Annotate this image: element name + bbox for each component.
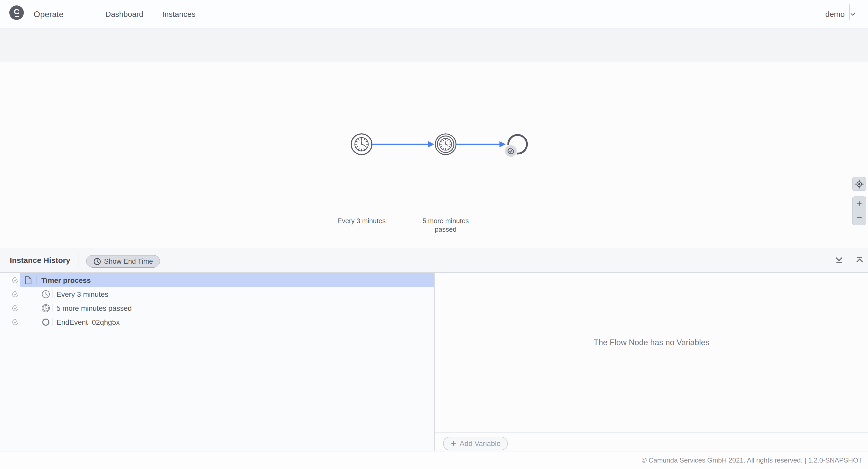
expand-panel-button[interactable] [854,255,865,265]
nav-divider [83,8,83,21]
completed-state-icon [12,277,19,283]
sequence-flow-2 [456,141,506,147]
instance-history-tree: Timer process Every 3 minutes [0,273,434,451]
top-navigation: C Operate Dashboard Instances demo [0,0,868,28]
end-event-icon [41,318,50,327]
sequence-flow-1 [372,141,434,147]
crosshair-icon [855,179,864,189]
completed-state-icon [12,305,19,311]
collapse-panel-button[interactable] [834,255,844,265]
history-row-every-3-minutes[interactable]: Every 3 minutes [0,287,434,301]
row-divider [53,318,53,326]
user-menu[interactable]: demo [825,0,856,28]
camunda-logo-icon[interactable]: C [9,5,24,20]
user-name: demo [825,10,845,19]
diagram-zoom-controls: + − [852,197,866,225]
timer-intermediate-catch-event[interactable] [435,134,456,155]
row-divider [36,276,37,284]
bpmn-diagram-canvas[interactable]: Every 3 minutes 5 more minutes passed [0,62,868,248]
header-divider [829,4,829,21]
history-row-endevent[interactable]: EndEvent_02qhg5x [0,315,434,329]
history-row-label: EndEvent_02qhg5x [56,315,120,329]
chevron-down-bar-icon [834,255,844,265]
history-row-label: 5 more minutes passed [56,301,132,315]
history-row-5-more-minutes-passed[interactable]: 5 more minutes passed [0,301,434,315]
header-divider [78,252,79,268]
chevron-down-icon [849,11,856,18]
add-variable-label: Add Variable [460,439,500,448]
plus-icon [450,441,457,447]
row-divider [53,290,53,298]
zoom-out-button[interactable]: − [852,211,866,225]
nav-item-dashboard[interactable]: Dashboard [105,0,143,28]
clock-icon [93,258,101,266]
show-end-time-button[interactable]: Show End Time [86,255,160,268]
process-document-icon [25,276,32,284]
history-row-timer-process[interactable]: Timer process [0,273,434,287]
copyright-text: © Camunda Services GmbH 2021. All rights… [642,451,862,469]
end-event[interactable] [505,135,527,157]
timer-intermediate-event-icon [41,304,50,312]
diagram-label-timer-start: Every 3 minutes [323,217,400,225]
timer-start-event[interactable] [351,134,372,155]
app-title: Operate [34,0,64,28]
operate-app: C Operate Dashboard Instances demo Proce… [0,0,868,469]
diagram-label-timer-intermediate: 5 more minutes passed [418,217,473,234]
history-row-label: Timer process [41,273,91,287]
timer-start-event-icon [41,290,50,299]
completed-state-icon [12,319,19,326]
instance-detail-bar: Process Timer process Instance Id 225179… [0,28,868,62]
completed-state-icon [12,291,19,298]
history-row-label: Every 3 minutes [56,287,108,301]
show-end-time-label: Show End Time [104,258,153,266]
variables-panel: The Flow Node has no Variables Add Varia… [435,273,868,451]
variables-empty-message: The Flow Node has no Variables [435,338,868,347]
nav-item-instances[interactable]: Instances [162,0,195,28]
add-variable-button[interactable]: Add Variable [443,437,508,450]
variables-footer-divider [435,432,868,433]
chevron-up-bar-icon [855,255,864,265]
row-divider [53,304,53,312]
reset-diagram-view-button[interactable] [852,177,866,191]
zoom-in-button[interactable]: + [852,197,866,211]
instance-history-title: Instance History [10,248,70,272]
page-footer: © Camunda Services GmbH 2021. All rights… [0,451,868,469]
